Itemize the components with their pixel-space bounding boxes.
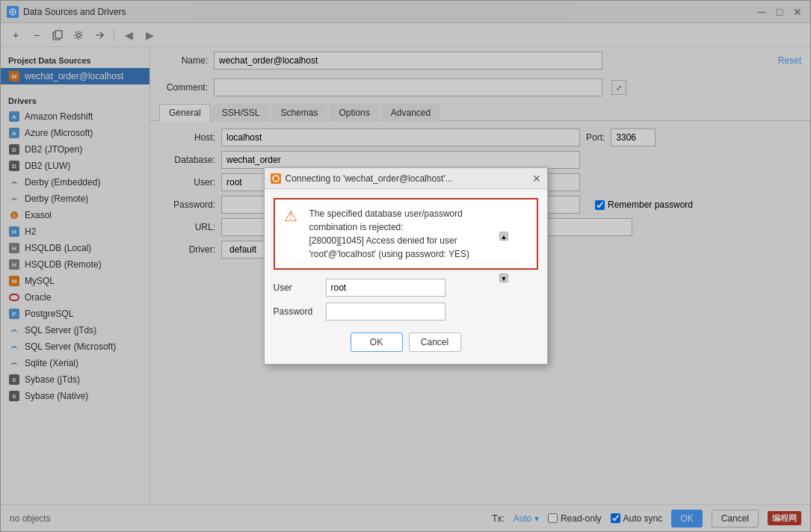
- modal-title: Connecting to 'wechat_order@localhost'..…: [286, 173, 532, 184]
- modal-buttons: OK Cancel: [274, 327, 538, 355]
- modal-overlay: Connecting to 'wechat_order@localhost'..…: [0, 0, 811, 532]
- modal-user-label: User: [274, 282, 326, 293]
- modal-cancel-button[interactable]: Cancel: [409, 332, 461, 352]
- modal-title-bar: Connecting to 'wechat_order@localhost'..…: [265, 168, 547, 189]
- scroll-up-btn[interactable]: ▲: [499, 232, 508, 241]
- error-box: ⚠ The specified database user/password c…: [274, 198, 538, 270]
- scroll-down-btn[interactable]: ▼: [499, 273, 508, 282]
- warning-icon: ⚠: [284, 207, 302, 225]
- modal-ok-button[interactable]: OK: [351, 332, 403, 352]
- modal-password-input[interactable]: [326, 303, 445, 321]
- modal-app-icon: [271, 173, 281, 184]
- svg-point-9: [273, 176, 279, 182]
- modal-body: ⚠ The specified database user/password c…: [265, 189, 547, 364]
- connection-dialog: Connecting to 'wechat_order@localhost'..…: [264, 167, 548, 365]
- modal-close-button[interactable]: ✕: [532, 173, 541, 185]
- modal-user-row: User: [274, 279, 538, 297]
- modal-password-row: Password: [274, 303, 538, 321]
- modal-password-label: Password: [274, 306, 326, 317]
- modal-user-input[interactable]: [326, 279, 445, 297]
- error-message: The specified database user/password com…: [309, 207, 470, 261]
